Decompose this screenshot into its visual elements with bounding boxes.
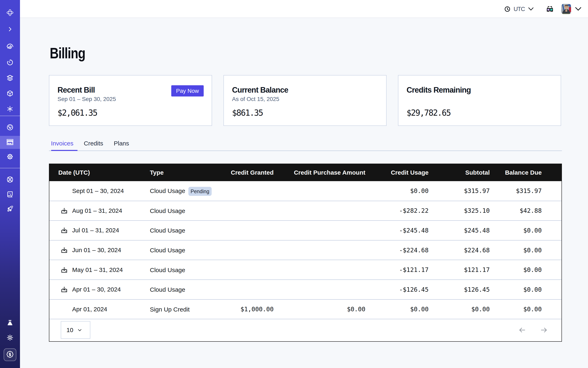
magic-book-icon [7, 191, 13, 199]
column-header-type[interactable]: Type [141, 164, 229, 181]
balance-due-value: $0.00 [495, 240, 561, 260]
pay-now-button[interactable]: Pay Now [171, 85, 204, 96]
invoice-type: Cloud Usage [150, 247, 185, 254]
sidebar-item-usage[interactable] [0, 121, 20, 134]
download-invoice-button[interactable] [61, 207, 68, 214]
invoice-row: Sept 01 – 30, 2024 Cloud Usage Pending $… [49, 181, 561, 201]
credit-granted-value [229, 201, 279, 221]
tab-invoices[interactable]: Invoices [51, 136, 73, 151]
sidebar-item-launch[interactable] [0, 203, 20, 216]
layers-icon [7, 74, 13, 82]
page-title: Billing [50, 45, 85, 62]
column-header-credit-usage[interactable]: Credit Usage [371, 164, 434, 181]
invoice-type: Cloud Usage [150, 227, 185, 234]
invoice-date: Apr 01, 2024 [72, 306, 107, 313]
invoice-type: Cloud Usage [150, 286, 185, 293]
invoice-date: Jun 01 – 30, 2024 [72, 247, 121, 254]
timezone-selector[interactable]: UTC [505, 6, 534, 12]
credit-purchase-value [279, 280, 371, 299]
timezone-label: UTC [514, 6, 525, 12]
credit-usage-value: -$245.48 [371, 221, 434, 240]
credit-granted-value [229, 260, 279, 280]
download-invoice-button[interactable] [61, 286, 68, 293]
download-invoice-button[interactable] [61, 267, 68, 273]
credit-purchase-value: $0.00 [279, 299, 371, 319]
download-invoice-button[interactable] [61, 247, 68, 254]
next-page-button[interactable] [540, 326, 548, 334]
credit-usage-value: -$126.45 [371, 280, 434, 299]
tab-plans[interactable]: Plans [114, 136, 129, 151]
tab-credits[interactable]: Credits [84, 136, 103, 151]
sidebar-item-settings[interactable] [0, 151, 20, 164]
sun-icon [7, 334, 13, 342]
sidebar-item-labs[interactable] [0, 317, 20, 330]
column-header-subtotal[interactable]: Subtotal [434, 164, 495, 181]
sidebar-item-theme[interactable] [0, 331, 20, 345]
credit-purchase-value [279, 221, 371, 240]
lifebuoy-icon [7, 176, 13, 184]
download-invoice-button[interactable] [61, 227, 68, 234]
subtotal-value: $0.00 [434, 299, 495, 319]
card-subtitle: Sep 01 – Sep 30, 2025 [57, 96, 202, 103]
card-amount: $29,782.65 [407, 108, 551, 118]
column-header-credit-granted[interactable]: Credit Granted [229, 164, 279, 181]
card-amount: $2,061.35 [57, 108, 202, 118]
subtotal-value: $121.17 [434, 260, 495, 280]
summary-cards: Recent Bill Sep 01 – Sep 30, 2025 $2,061… [49, 75, 562, 126]
credit-usage-value: -$121.17 [371, 260, 434, 280]
sidebar-item-credits[interactable] [4, 349, 16, 361]
sidebar-item-environments[interactable] [0, 72, 20, 85]
card-subtitle: As of Oct 15, 2025 [232, 96, 376, 103]
sidebar-item-support[interactable] [0, 173, 20, 186]
sidebar-item-history[interactable] [0, 56, 20, 69]
sidebar-item-observe[interactable] [0, 41, 20, 54]
invoice-type: Cloud Usage [150, 267, 185, 273]
chevron-down-icon [528, 7, 534, 11]
sidebar-divider [0, 116, 20, 116]
card-title: Credits Remaining [407, 85, 551, 94]
page-size-value: 10 [66, 327, 73, 333]
balance-due-value: $0.00 [495, 221, 561, 240]
topbar: UTC [20, 0, 588, 18]
sidebar-item-billing[interactable] [0, 136, 20, 149]
column-header-date[interactable]: Date (UTC) [49, 164, 141, 181]
invoice-type: Cloud Usage [150, 207, 185, 214]
subtotal-value: $315.97 [434, 181, 495, 201]
asterisk-icon [7, 105, 13, 113]
download-icon [61, 286, 68, 293]
sidebar-item-ai[interactable] [0, 103, 20, 116]
balance-due-value: $0.00 [495, 280, 561, 299]
credit-purchase-value [279, 201, 371, 221]
invoices-table: Date (UTC) Type Credit Granted Credit Pu… [49, 164, 562, 342]
current-balance-card: Current Balance As of Oct 15, 2025 $861.… [224, 75, 387, 126]
user-menu-button[interactable] [575, 7, 581, 11]
credit-usage-value: $0.00 [371, 181, 434, 201]
download-icon [61, 247, 68, 254]
arrow-left-icon [518, 326, 526, 334]
subtotal-value: $325.10 [434, 201, 495, 221]
column-header-credit-purchase[interactable]: Credit Purchase Amount [279, 164, 371, 181]
credit-granted-value: $1,000.00 [229, 299, 279, 319]
avatar[interactable] [561, 4, 571, 14]
active-tab-underline [51, 150, 77, 151]
credit-usage-value: $0.00 [371, 299, 434, 319]
column-header-balance-due[interactable]: Balance Due [495, 164, 561, 181]
sidebar-item-logo[interactable] [0, 7, 20, 19]
sidebar-item-deployments[interactable] [0, 87, 20, 100]
balance-due-value: $0.00 [495, 260, 561, 280]
sidebar-item-docs[interactable] [0, 188, 20, 201]
card-amount: $861.35 [232, 108, 376, 118]
credit-purchase-value [279, 181, 371, 201]
timer-icon [7, 59, 13, 67]
sidebar-expand-button[interactable] [0, 23, 20, 36]
rocket-icon [7, 205, 13, 213]
observe-icon [7, 44, 13, 51]
arrow-right-icon [540, 326, 548, 334]
credit-purchase-value [279, 260, 371, 280]
credit-granted-value [229, 181, 279, 201]
page-size-select[interactable]: 10 [61, 321, 90, 339]
credit-purchase-value [279, 240, 371, 260]
previous-page-button[interactable] [518, 326, 526, 334]
recent-bill-card: Recent Bill Sep 01 – Sep 30, 2025 $2,061… [49, 75, 212, 126]
reader-mode-button[interactable] [547, 6, 553, 12]
